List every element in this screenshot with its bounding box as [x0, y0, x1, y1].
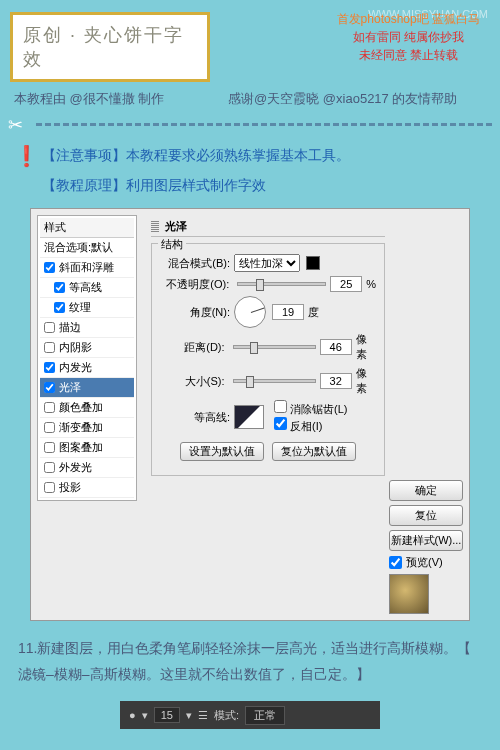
style-label: 光泽	[59, 380, 81, 395]
style-checkbox[interactable]	[44, 462, 55, 473]
blend-mode-select[interactable]: 线性加深	[234, 254, 300, 272]
opacity-label: 不透明度(O):	[160, 277, 229, 292]
red-line-1: 首发photoshop吧 蓝狐白马	[337, 10, 480, 28]
panel-title: 光泽	[165, 219, 187, 234]
size-input[interactable]	[320, 373, 352, 389]
distance-label: 距离(D):	[160, 340, 225, 355]
styles-header: 样式	[40, 218, 134, 238]
instruction-text-1: 【注意事项】本教程要求必须熟练掌握基本工具。	[42, 147, 350, 163]
mode-label: 模式:	[214, 708, 239, 723]
style-item[interactable]: 颜色叠加	[40, 398, 134, 418]
mode-select[interactable]: 正常	[245, 706, 285, 725]
red-line-2: 如有雷同 纯属你抄我	[337, 28, 480, 46]
scissors-icon: ✂	[8, 114, 36, 134]
blend-mode-label: 混合模式(B):	[160, 256, 230, 271]
contour-picker[interactable]	[234, 405, 264, 429]
cancel-button[interactable]: 复位	[389, 505, 463, 526]
credit-thanks: 感谢@天空霞晓 @xiao5217 的友情帮助	[228, 90, 457, 108]
preview-check[interactable]: 预览(V)	[389, 555, 463, 570]
distance-input[interactable]	[320, 339, 352, 355]
styles-list: 样式 混合选项:默认 斜面和浮雕等高线纹理描边内阴影内发光光泽颜色叠加渐变叠加图…	[37, 215, 137, 501]
style-item[interactable]: 斜面和浮雕	[40, 258, 134, 278]
contour-label: 等高线:	[160, 410, 230, 425]
style-item[interactable]: 内发光	[40, 358, 134, 378]
center-panel: 光泽 结构 混合模式(B): 线性加深 不透明度(O): % 角度(N): 度	[143, 215, 393, 480]
right-panel: 确定 复位 新建样式(W)... 预览(V)	[389, 480, 463, 614]
antialias-check[interactable]: 消除锯齿(L)	[274, 400, 348, 417]
dashed-line	[36, 123, 492, 126]
structure-legend: 结构	[158, 237, 186, 252]
chevron-down-icon[interactable]: ▾	[186, 709, 192, 722]
style-item[interactable]: 图案叠加	[40, 438, 134, 458]
style-label: 渐变叠加	[59, 420, 103, 435]
chevron-down-icon[interactable]: ▾	[142, 709, 148, 722]
set-default-button[interactable]: 设置为默认值	[180, 442, 264, 461]
style-label: 图案叠加	[59, 440, 103, 455]
structure-fieldset: 结构 混合模式(B): 线性加深 不透明度(O): % 角度(N): 度 距离(…	[151, 243, 385, 476]
ok-button[interactable]: 确定	[389, 480, 463, 501]
blend-options-item[interactable]: 混合选项:默认	[40, 238, 134, 258]
style-item[interactable]: 外发光	[40, 458, 134, 478]
credit-author: 本教程由 @很不懂撒 制作	[14, 90, 164, 108]
style-checkbox[interactable]	[44, 482, 55, 493]
size-unit: 像素	[356, 366, 376, 396]
red-line-3: 未经同意 禁止转载	[337, 46, 480, 64]
distance-slider[interactable]	[233, 345, 316, 349]
style-checkbox[interactable]	[44, 262, 55, 273]
style-label: 斜面和浮雕	[59, 260, 114, 275]
instruction-2: 【教程原理】利用图层样式制作字效	[14, 174, 486, 198]
style-label: 外发光	[59, 460, 92, 475]
exclaim-icon: ❗	[14, 144, 38, 168]
style-label: 内阴影	[59, 340, 92, 355]
style-checkbox[interactable]	[44, 322, 55, 333]
brush-icon[interactable]: ●	[129, 709, 136, 721]
style-item[interactable]: 渐变叠加	[40, 418, 134, 438]
angle-dial[interactable]	[234, 296, 266, 328]
style-checkbox[interactable]	[44, 382, 55, 393]
layer-style-dialog: 样式 混合选项:默认 斜面和浮雕等高线纹理描边内阴影内发光光泽颜色叠加渐变叠加图…	[30, 208, 470, 621]
brush-toolbar: ● ▾ 15 ▾ ☰ 模式: 正常	[120, 701, 380, 729]
angle-label: 角度(N):	[160, 305, 230, 320]
angle-input[interactable]	[272, 304, 304, 320]
color-swatch[interactable]	[306, 256, 320, 270]
style-item[interactable]: 描边	[40, 318, 134, 338]
opacity-unit: %	[366, 278, 376, 290]
style-label: 内发光	[59, 360, 92, 375]
size-label: 大小(S):	[160, 374, 225, 389]
style-label: 纹理	[69, 300, 91, 315]
style-checkbox[interactable]	[44, 422, 55, 433]
style-checkbox[interactable]	[54, 282, 65, 293]
new-style-button[interactable]: 新建样式(W)...	[389, 530, 463, 551]
instruction-1: ❗ 【注意事项】本教程要求必须熟练掌握基本工具。	[14, 144, 486, 168]
size-slider[interactable]	[233, 379, 316, 383]
invert-check[interactable]: 反相(I)	[274, 417, 348, 434]
style-checkbox[interactable]	[54, 302, 65, 313]
copyright-lines: 首发photoshop吧 蓝狐白马 如有雷同 纯属你抄我 未经同意 禁止转载	[337, 10, 480, 64]
angle-unit: 度	[308, 305, 319, 320]
style-checkbox[interactable]	[44, 362, 55, 373]
style-checkbox[interactable]	[44, 442, 55, 453]
instruction-text-2: 【教程原理】利用图层样式制作字效	[42, 177, 266, 193]
style-checkbox[interactable]	[44, 402, 55, 413]
style-item[interactable]: 内阴影	[40, 338, 134, 358]
settings-icon[interactable]: ☰	[198, 709, 208, 722]
reset-default-button[interactable]: 复位为默认值	[272, 442, 356, 461]
page-title: 原创 · 夹心饼干字效	[23, 23, 197, 71]
style-item[interactable]: 投影	[40, 478, 134, 498]
header-title-box: 原创 · 夹心饼干字效	[10, 12, 210, 82]
opacity-slider[interactable]	[237, 282, 326, 286]
style-label: 投影	[59, 480, 81, 495]
style-item[interactable]: 光泽	[40, 378, 134, 398]
opacity-input[interactable]	[330, 276, 362, 292]
style-item[interactable]: 纹理	[40, 298, 134, 318]
exclaim-icon	[14, 174, 38, 198]
style-item[interactable]: 等高线	[40, 278, 134, 298]
style-label: 描边	[59, 320, 81, 335]
style-label: 颜色叠加	[59, 400, 103, 415]
brush-size[interactable]: 15	[154, 707, 180, 723]
preview-swatch	[389, 574, 429, 614]
drag-icon	[151, 221, 159, 233]
style-checkbox[interactable]	[44, 342, 55, 353]
step-text: 11.新建图层，用白色柔角笔刷轻轻涂抹一层高光，适当进行高斯模糊。【 滤镜–模糊…	[18, 635, 482, 687]
credits-row: 本教程由 @很不懂撒 制作 感谢@天空霞晓 @xiao5217 的友情帮助	[14, 90, 486, 108]
